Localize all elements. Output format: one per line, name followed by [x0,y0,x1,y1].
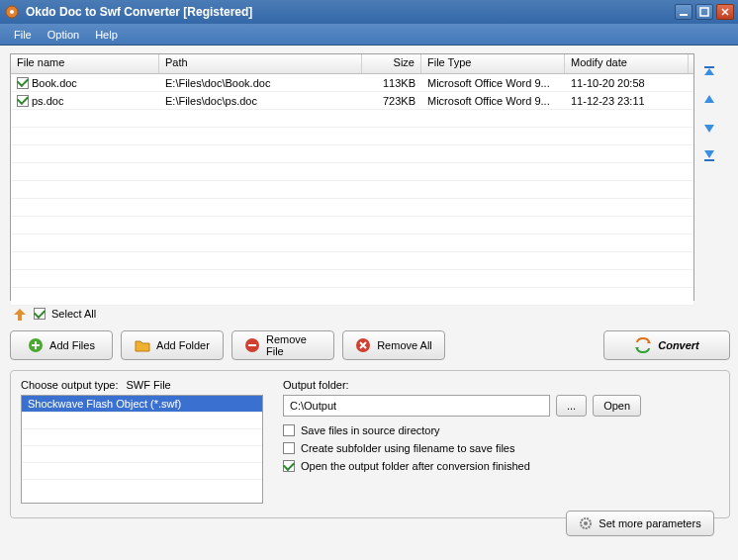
close-button[interactable] [716,4,734,20]
file-path: E:\Files\doc\Book.doc [159,76,362,90]
output-panel: Choose output type: SWF File Shockwave F… [10,370,730,518]
add-folder-button[interactable]: Add Folder [121,330,224,360]
maximize-button[interactable] [695,4,713,20]
row-checkbox[interactable] [17,77,29,89]
button-label: Remove File [266,333,322,357]
file-size: 723KB [362,94,421,108]
gear-icon [579,516,593,530]
convert-button[interactable]: Convert [603,330,730,360]
list-item [22,428,262,445]
convert-icon [634,337,652,353]
column-type[interactable]: File Type [421,54,565,73]
svg-rect-2 [680,14,688,16]
title-bar: Okdo Doc to Swf Converter [Registered] [0,0,738,24]
svg-marker-10 [704,150,714,158]
file-size: 113KB [362,76,421,90]
output-folder-input[interactable] [283,395,550,417]
file-date: 11-10-20 20:58 [565,76,689,90]
row-checkbox[interactable] [17,95,29,107]
table-row [11,270,693,288]
table-row [11,199,693,217]
save-in-source-checkbox[interactable] [283,424,295,436]
open-after-label: Open the output folder after conversion … [301,460,530,472]
minus-icon [244,337,260,353]
svg-rect-15 [32,344,40,346]
remove-all-button[interactable]: Remove All [342,330,445,360]
create-subfolder-checkbox[interactable] [283,442,295,454]
set-more-parameters-button[interactable]: Set more parameters [566,511,714,536]
file-list[interactable]: File name Path Size File Type Modify dat… [10,53,694,301]
move-bottom-button[interactable] [700,146,718,164]
table-row [11,163,693,181]
file-list-header: File name Path Size File Type Modify dat… [11,54,693,74]
svg-rect-17 [248,344,256,346]
file-date: 11-12-23 23:11 [565,94,689,108]
column-name[interactable]: File name [11,54,159,73]
save-in-source-label: Save files in source directory [301,424,440,436]
file-name: ps.doc [32,95,63,107]
browse-button[interactable]: ... [556,395,587,417]
add-files-button[interactable]: Add Files [10,330,113,360]
svg-point-1 [10,10,14,14]
table-row [11,110,693,128]
move-top-button[interactable] [700,63,718,81]
app-icon [4,4,20,20]
svg-rect-3 [700,8,708,16]
reorder-buttons [694,53,720,301]
file-type: Microsoft Office Word 9... [421,76,565,90]
table-row [11,181,693,199]
table-row [11,288,693,306]
menu-help[interactable]: Help [87,26,126,44]
svg-marker-12 [14,309,26,321]
up-folder-icon[interactable] [12,307,28,321]
select-all-checkbox[interactable] [34,308,46,320]
file-name: Book.doc [32,77,77,89]
table-row [11,252,693,270]
svg-point-24 [584,521,588,525]
window-title: Okdo Doc to Swf Converter [Registered] [26,5,672,19]
select-all-label: Select All [51,308,96,320]
file-path: E:\Files\doc\ps.doc [159,94,362,108]
button-label: Convert [658,339,699,351]
column-date[interactable]: Modify date [565,54,689,73]
move-down-button[interactable] [700,119,718,137]
table-row[interactable]: ps.docE:\Files\doc\ps.doc723KBMicrosoft … [11,92,693,110]
button-label: Add Files [49,339,95,351]
table-row [11,128,693,145]
list-item [22,412,262,428]
output-folder-label: Output folder: [283,379,719,391]
client-area: File name Path Size File Type Modify dat… [0,46,738,560]
column-path[interactable]: Path [159,54,362,73]
svg-marker-8 [704,95,714,103]
remove-file-button[interactable]: Remove File [231,330,334,360]
folder-icon [135,337,150,353]
menu-file[interactable]: File [6,26,40,44]
button-label: Remove All [377,339,432,351]
svg-rect-6 [704,66,714,68]
plus-icon [28,337,44,353]
choose-type-label: Choose output type: [21,379,118,391]
open-after-checkbox[interactable] [283,460,295,472]
table-row[interactable]: Book.docE:\Files\doc\Book.doc113KBMicros… [11,74,693,92]
menu-bar: File Option Help [0,24,738,46]
svg-marker-7 [704,68,714,75]
file-type: Microsoft Office Word 9... [421,94,565,108]
svg-rect-11 [704,159,714,161]
output-type-list[interactable]: Shockwave Flash Object (*.swf) [21,395,263,504]
button-label: Add Folder [156,339,210,351]
type-name: SWF File [126,379,170,391]
list-item [22,445,262,462]
column-size[interactable]: Size [362,54,421,73]
menu-option[interactable]: Option [40,26,87,44]
minimize-button[interactable] [675,4,692,20]
open-folder-button[interactable]: Open [593,395,641,417]
move-up-button[interactable] [700,91,718,109]
table-row [11,217,693,234]
list-item [22,462,262,479]
table-row [11,234,693,252]
output-type-item[interactable]: Shockwave Flash Object (*.swf) [22,396,262,412]
button-label: Set more parameters [599,517,700,529]
svg-marker-9 [704,125,714,133]
table-row [11,145,693,163]
delete-icon [355,337,371,353]
